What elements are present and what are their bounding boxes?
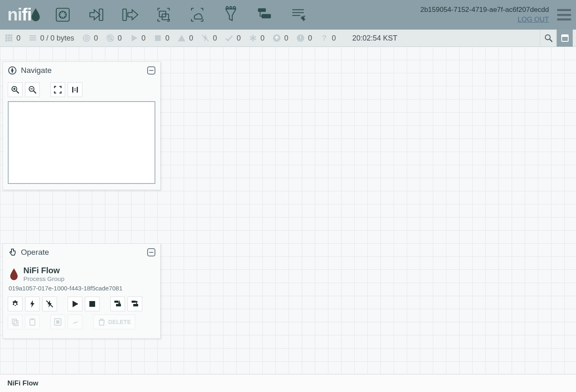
drag-process-group-icon[interactable] (154, 5, 173, 25)
drag-label-icon[interactable] (288, 5, 308, 25)
svg-point-53 (75, 90, 76, 91)
v: 0 (94, 34, 98, 43)
svg-rect-13 (5, 34, 7, 36)
drag-input-port-icon[interactable] (87, 5, 106, 25)
collapse-operate-button[interactable] (147, 248, 155, 256)
zoom-in-button[interactable] (8, 82, 23, 97)
bullseye-icon (82, 34, 91, 42)
v: 0 (260, 34, 264, 43)
svg-rect-0 (56, 8, 69, 21)
v: 0 / 0 bytes (40, 34, 74, 43)
stat-up-to-date: 0 (225, 34, 241, 43)
flow-canvas[interactable]: Navigate Operate NiFi Flow (0, 47, 576, 374)
arrow-up-circle-icon (273, 34, 281, 42)
v: 0 (141, 34, 146, 43)
v: 0 (165, 34, 169, 43)
stat-invalid: 0 (178, 34, 193, 43)
svg-point-54 (14, 303, 16, 305)
stat-stale: 0 (273, 34, 288, 43)
enable-button[interactable] (25, 297, 40, 311)
component-toolbox (53, 5, 308, 25)
logout-link[interactable]: LOG OUT (517, 16, 549, 24)
svg-rect-15 (10, 34, 12, 36)
svg-rect-59 (132, 301, 136, 303)
collapse-navigate-button[interactable] (147, 66, 155, 75)
svg-rect-21 (10, 39, 12, 41)
start-button[interactable] (68, 297, 82, 311)
bulletin-board-button[interactable] (556, 29, 573, 47)
svg-rect-51 (77, 87, 78, 93)
last-refresh-time: 20:02:54 KST (352, 34, 397, 43)
list-icon (29, 34, 37, 42)
breadcrumb[interactable]: NiFi Flow (0, 374, 576, 392)
create-template-button[interactable] (110, 297, 125, 311)
drag-remote-process-group-icon[interactable] (187, 5, 207, 25)
bolt-slash-icon (201, 34, 209, 42)
search-button[interactable] (540, 29, 556, 47)
delete-button: DELETE (93, 315, 135, 329)
user-id: 2b159054-7152-4719-ae7f-ac6f207decdd (420, 6, 549, 14)
v: 0 (189, 34, 193, 43)
stat-sync-failure: 0 (296, 34, 312, 43)
drag-funnel-icon[interactable] (221, 5, 241, 25)
svg-rect-16 (5, 37, 7, 39)
zoom-actual-button[interactable] (68, 82, 82, 97)
svg-point-5 (226, 7, 228, 9)
svg-rect-66 (56, 320, 59, 324)
stat-disabled: 0 (201, 34, 217, 43)
stat-stopped: 0 (154, 34, 169, 43)
svg-rect-50 (72, 87, 73, 93)
svg-line-39 (550, 39, 552, 42)
svg-rect-20 (8, 39, 10, 41)
color-button (68, 315, 82, 329)
hand-pointer-icon (8, 248, 17, 257)
operate-flow-id: 019a1057-017e-1000-f443-18f5cade7081 (9, 285, 155, 292)
drag-output-port-icon[interactable] (120, 5, 140, 25)
operate-panel: Operate NiFi Flow Process Group 019a1057… (2, 243, 161, 339)
svg-line-44 (16, 91, 19, 93)
operate-flow-type: Process Group (23, 275, 64, 282)
global-menu-icon[interactable] (557, 9, 571, 20)
breadcrumb-root[interactable]: NiFi Flow (7, 379, 39, 387)
birdseye-view[interactable] (8, 101, 155, 184)
svg-rect-57 (114, 301, 118, 303)
svg-point-7 (233, 7, 235, 9)
svg-rect-36 (300, 40, 301, 41)
drag-template-icon[interactable] (255, 5, 274, 25)
svg-rect-41 (562, 35, 568, 37)
upload-template-button[interactable] (127, 297, 142, 311)
svg-rect-23 (30, 37, 36, 39)
flow-drop-icon (9, 268, 18, 280)
delete-label: DELETE (108, 319, 131, 325)
svg-rect-9 (262, 14, 271, 18)
stop-button[interactable] (85, 297, 100, 311)
v: 0 (118, 34, 122, 43)
svg-rect-17 (8, 37, 10, 39)
svg-point-52 (75, 88, 76, 90)
grid-icon (5, 34, 13, 42)
copy-button (8, 315, 23, 329)
zoom-fit-button[interactable] (50, 82, 65, 97)
user-block: 2b159054-7152-4719-ae7f-ac6f207decdd LOG… (420, 6, 549, 24)
svg-line-48 (34, 91, 36, 93)
configure-button[interactable] (8, 297, 23, 311)
svg-rect-18 (10, 37, 12, 39)
v: 0 (332, 34, 336, 43)
logo-drop-icon (31, 8, 41, 22)
group-button (50, 315, 65, 329)
stat-locally-modified: 0 (249, 34, 264, 43)
svg-rect-22 (30, 35, 36, 36)
svg-rect-14 (8, 34, 10, 36)
disable-button[interactable] (42, 297, 57, 311)
svg-rect-2 (123, 9, 126, 20)
operate-title: Operate (21, 248, 49, 257)
status-bar: 0 0 / 0 bytes 0 0 0 0 0 0 0 0 0 0 (0, 29, 576, 47)
zoom-out-button[interactable] (25, 82, 40, 97)
svg-rect-19 (5, 39, 7, 41)
stat-not-transmitting: 0 (106, 34, 122, 43)
navigate-title: Navigate (21, 66, 52, 75)
svg-point-6 (230, 7, 232, 9)
svg-point-27 (86, 38, 87, 39)
stat-queued: 0 / 0 bytes (29, 34, 74, 43)
drag-processor-icon[interactable] (53, 5, 73, 25)
